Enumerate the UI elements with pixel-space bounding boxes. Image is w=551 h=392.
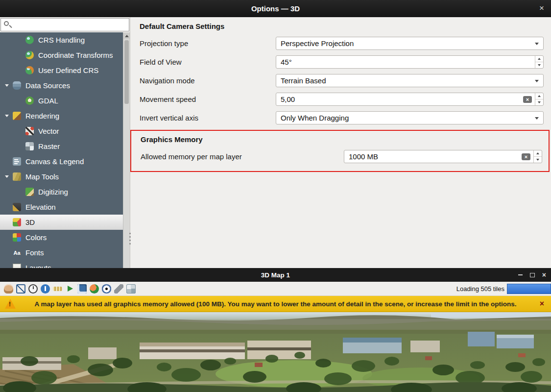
sidebar-item-digitizing[interactable]: Digitizing (0, 184, 123, 199)
sidebar-item-data-sources[interactable]: Data Sources (0, 78, 123, 93)
graphics-memory-title: Graphics Memory (141, 135, 549, 144)
map-tools-icon (13, 172, 21, 181)
configure-icon[interactable] (114, 284, 123, 294)
search-icon (4, 21, 9, 26)
sidebar-item-colors[interactable]: Colors (0, 230, 123, 245)
visibility-icon[interactable] (102, 284, 111, 294)
field-row: Invert vertical axisOnly When Dragging (140, 111, 544, 124)
sidebar-item-vector[interactable]: Vector (0, 123, 123, 139)
spin-up-icon[interactable] (535, 56, 543, 62)
scrollbar-thumb[interactable] (124, 40, 129, 104)
sidebar-item-map-tools[interactable]: Map Tools (0, 169, 123, 184)
field-value: 1000 MB (349, 152, 378, 161)
sidebar-item-3d[interactable]: 3D (0, 215, 123, 230)
dropdown-arrow-icon (535, 117, 539, 120)
map-title: 3D Map 1 (261, 271, 290, 279)
layouts-icon (13, 264, 21, 268)
animation-timer-icon[interactable] (28, 284, 38, 294)
close-icon[interactable]: × (542, 271, 546, 278)
sidebar-item-crs-handling[interactable]: CRS Handling (0, 32, 123, 48)
field-row: Movement speed5,00× (140, 93, 544, 106)
camera-settings-title: Default Camera Settings (140, 22, 551, 30)
dropdown-arrow-icon (535, 80, 539, 82)
expand-arrow-icon[interactable] (5, 175, 13, 178)
sidebar-item-label: Elevation (25, 203, 56, 211)
minimize-icon[interactable] (518, 274, 523, 275)
field-row: Field of View45° (140, 55, 544, 69)
play-animation-icon[interactable] (65, 284, 74, 294)
spin-down-icon[interactable] (535, 99, 543, 105)
map-window: 3D Map 1 × Loading 505 tiles ! A map lay… (0, 268, 551, 392)
sidebar-item-label: Digitizing (38, 188, 68, 196)
sidebar-item-elevation[interactable]: Elevation (0, 199, 123, 215)
movement-speed-spinbox[interactable]: 5,00× (276, 93, 544, 106)
sidebar-item-gdal[interactable]: GDAL (0, 93, 123, 108)
spin-up-icon[interactable] (535, 93, 543, 99)
user-crs-icon (25, 66, 34, 74)
field-value: 45° (281, 58, 292, 66)
sidebar-item-label: Data Sources (25, 81, 70, 90)
options-titlebar[interactable]: Options — 3D × (0, 0, 551, 17)
camera-fields: Projection typePerspective ProjectionFie… (130, 37, 551, 124)
sidebar-item-rendering[interactable]: Rendering (0, 108, 123, 123)
export-scene-icon[interactable] (90, 284, 99, 294)
sidebar-item-raster[interactable]: Raster (0, 139, 123, 154)
elevation-icon (13, 203, 21, 211)
spin-down-icon[interactable] (534, 157, 542, 163)
sidebar-item-label: User Defined CRS (38, 66, 98, 74)
close-icon[interactable]: × (539, 3, 544, 13)
field-value: Perspective Projection (281, 39, 354, 48)
sidebar-item-fonts[interactable]: AaFonts (0, 245, 123, 260)
field-row: Projection typePerspective Projection (140, 37, 544, 50)
expand-arrow-icon[interactable] (5, 84, 13, 87)
field-of-view-spinbox[interactable]: 45° (276, 55, 544, 69)
options-dialog: Options — 3D × CRS HandlingCoordinate Tr… (0, 0, 551, 268)
sidebar-item-label: CRS Handling (38, 36, 85, 44)
digitizing-icon (25, 188, 34, 196)
expand-arrow-icon[interactable] (5, 115, 13, 117)
vector-icon (25, 127, 34, 135)
warning-close-icon[interactable]: × (540, 299, 544, 308)
map-toolbar: Loading 505 tiles (0, 282, 551, 296)
allowed-memory-spinbox[interactable]: 1000 MB × (344, 150, 542, 163)
toolbar-icons (2, 284, 137, 294)
canvas-legend-icon (13, 157, 21, 166)
sidebar-item-layouts[interactable]: Layouts (0, 260, 123, 268)
sidebar-item-label: Raster (38, 142, 60, 150)
invert-vertical-axis-combo[interactable]: Only When Dragging (276, 111, 544, 124)
projection-type-combo[interactable]: Perspective Projection (276, 37, 544, 50)
spin-down-icon[interactable] (535, 62, 543, 68)
colors-icon (13, 233, 21, 242)
sidebar-search-row (0, 17, 130, 32)
save-image-icon[interactable] (77, 284, 87, 294)
scroll-up-icon[interactable] (123, 32, 130, 39)
navigation-mode-combo[interactable]: Terrain Based (276, 74, 544, 87)
search-input[interactable] (0, 18, 129, 31)
maximize-icon[interactable] (530, 273, 535, 277)
rendering-icon (13, 112, 21, 120)
measure-line-icon[interactable] (53, 284, 62, 294)
map-titlebar[interactable]: 3D Map 1 × (0, 268, 551, 282)
zoom-full-icon[interactable] (16, 284, 25, 294)
field-row: Allowed memory per map layer 1000 MB × (141, 150, 542, 163)
spin-up-icon[interactable] (534, 150, 542, 157)
field-label: Invert vertical axis (140, 114, 276, 122)
field-value: Terrain Based (281, 76, 326, 85)
graphics-memory-highlight: Graphics Memory Allowed memory per map l… (130, 130, 550, 172)
sidebar-item-label: Coordinate Transforms (38, 51, 113, 59)
field-label: Projection type (140, 39, 276, 48)
spin-buttons (535, 56, 543, 68)
panel-splitter-handle[interactable] (129, 232, 131, 245)
sidebar-item-user-defined-crs[interactable]: User Defined CRS (0, 63, 123, 78)
sidebar-item-label: GDAL (38, 97, 58, 105)
clear-field-icon[interactable]: × (523, 96, 532, 103)
map-export-icon[interactable] (126, 284, 136, 294)
sidebar-item-canvas-legend[interactable]: Canvas & Legend (0, 154, 123, 169)
camera-pan-icon[interactable] (4, 284, 13, 294)
3d-map-view[interactable] (0, 312, 551, 392)
clear-field-icon[interactable]: × (522, 153, 530, 160)
identify-icon[interactable] (41, 284, 50, 294)
transform-globe-icon (25, 51, 34, 59)
sidebar-item-coordinate-transforms[interactable]: Coordinate Transforms (0, 48, 123, 63)
sidebar-item-label: Canvas & Legend (25, 157, 84, 166)
